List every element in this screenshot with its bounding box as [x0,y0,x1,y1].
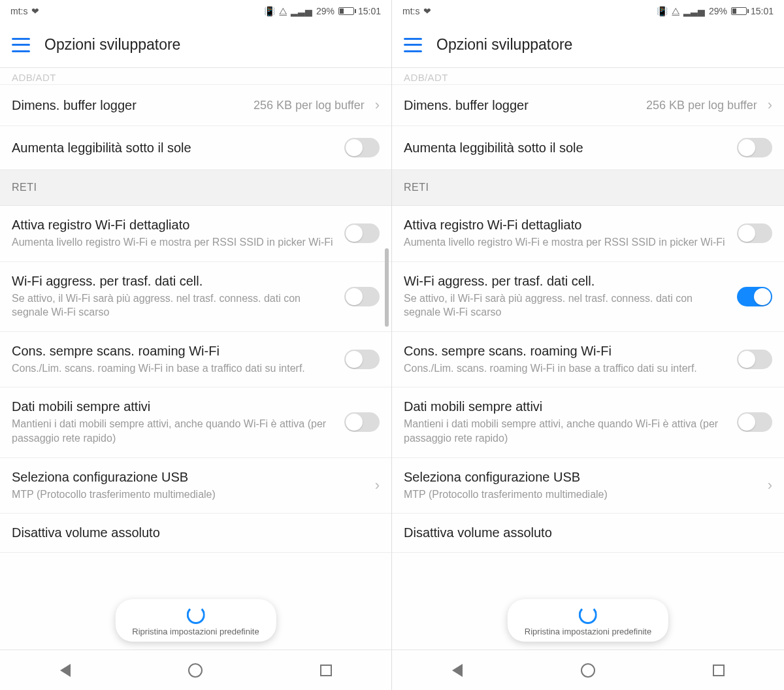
toggle-wifi-roam[interactable] [737,350,772,369]
carrier-label: mt:s [10,6,27,16]
section-networks: RETI [392,170,784,206]
home-button[interactable] [579,661,597,680]
back-button[interactable] [56,661,74,680]
wifi-icon: ⧋ [672,6,679,17]
signal-icon: ▂▃▅ [683,6,705,16]
settings-list: Dimens. buffer logger256 KB per log buff… [392,85,784,649]
row-wifi-aggressive-handover[interactable]: Wi-Fi aggress. per trasf. dati cell.Se a… [392,262,784,332]
row-title: Disattiva volume assoluto [404,525,772,540]
status-bar: mt:s❤📳⧋▂▃▅29%15:01 [392,0,784,22]
reset-defaults-pill[interactable]: Ripristina impostazioni predefinite [508,599,668,642]
row-sunlight-legibility[interactable]: Aumenta leggibilità sotto il sole [0,126,391,170]
row-usb-config[interactable]: Seleziona configurazione USBMTP (Protoco… [392,458,784,514]
row-title: Attiva registro Wi-Fi dettagliato [12,218,338,233]
vibrate-icon: 📳 [657,6,668,16]
carrier-label: mt:s [402,6,419,16]
toggle-wifi-log[interactable] [737,223,772,243]
row-value: 256 KB per log buffer [253,99,365,112]
reset-icon [187,606,205,624]
settings-list: Dimens. buffer logger256 KB per log buff… [0,85,391,649]
row-subtitle: Mantieni i dati mobili sempre attivi, an… [404,417,730,445]
toggle-sunlight[interactable] [344,138,380,157]
page-title: Opzioni sviluppatore [44,36,180,54]
row-subtitle: Mantieni i dati mobili sempre attivi, an… [12,417,338,445]
toggle-mobile-data[interactable] [344,412,380,432]
back-button[interactable] [448,661,466,680]
chevron-right-icon: › [375,477,380,494]
chevron-right-icon: › [768,97,772,114]
battery-percent: 29% [709,6,727,16]
phone-screen-0: mt:s❤📳⧋▂▃▅29%15:01Opzioni sviluppatoreAD… [0,0,392,690]
row-title: Wi-Fi aggress. per trasf. dati cell. [12,274,338,289]
row-subtitle: Cons./Lim. scans. roaming Wi-Fi in base … [404,361,730,376]
toggle-wifi-aggr[interactable] [737,287,772,306]
section-networks: RETI [0,170,391,206]
status-bar: mt:s❤📳⧋▂▃▅29%15:01 [0,0,391,22]
app-bar: Opzioni sviluppatore [392,22,784,68]
row-wifi-verbose-log[interactable]: Attiva registro Wi-Fi dettagliatoAumenta… [392,206,784,262]
phone-screen-1: mt:s❤📳⧋▂▃▅29%15:01Opzioni sviluppatoreAD… [392,0,784,690]
clock: 15:01 [358,6,381,16]
row-buffer-logger[interactable]: Dimens. buffer logger256 KB per log buff… [0,85,391,126]
clock: 15:01 [751,6,774,16]
menu-icon[interactable] [12,38,30,52]
reset-icon [579,606,597,624]
row-title: Cons. sempre scans. roaming Wi-Fi [404,344,730,359]
page-title: Opzioni sviluppatore [436,36,572,54]
row-title: Aumenta leggibilità sotto il sole [404,140,730,156]
row-subtitle: Se attivo, il Wi-Fi sarà più aggress. ne… [404,291,730,320]
reset-label: Ripristina impostazioni predefinite [525,627,651,636]
toggle-wifi-roam[interactable] [344,350,380,369]
signal-icon: ▂▃▅ [291,6,312,16]
row-subtitle: Aumenta livello registro Wi-Fi e mostra … [404,235,730,250]
reset-label: Ripristina impostazioni predefinite [132,627,259,636]
row-disable-absolute-volume[interactable]: Disattiva volume assoluto [392,514,784,553]
battery-icon [731,7,747,15]
row-title: Cons. sempre scans. roaming Wi-Fi [12,344,338,359]
heart-icon: ❤ [423,6,431,16]
toggle-wifi-log[interactable] [344,223,380,243]
row-title: Wi-Fi aggress. per trasf. dati cell. [404,274,730,289]
row-mobile-data-always-on[interactable]: Dati mobili sempre attiviMantieni i dati… [0,387,391,457]
row-sunlight-legibility[interactable]: Aumenta leggibilità sotto il sole [392,126,784,170]
row-wifi-roam-scans[interactable]: Cons. sempre scans. roaming Wi-FiCons./L… [392,332,784,388]
row-title: Attiva registro Wi-Fi dettagliato [404,218,730,233]
row-title: Dimens. buffer logger [404,98,640,113]
section-ghost: ADB/ADT [0,68,391,85]
row-mobile-data-always-on[interactable]: Dati mobili sempre attiviMantieni i dati… [392,387,784,457]
row-title: Aumenta leggibilità sotto il sole [12,140,338,156]
recents-button[interactable] [710,661,728,680]
row-wifi-aggressive-handover[interactable]: Wi-Fi aggress. per trasf. dati cell.Se a… [0,262,391,332]
app-bar: Opzioni sviluppatore [0,22,391,68]
toggle-sunlight[interactable] [737,138,772,157]
toggle-wifi-aggr[interactable] [344,287,380,306]
chevron-right-icon: › [768,477,772,494]
row-wifi-roam-scans[interactable]: Cons. sempre scans. roaming Wi-FiCons./L… [0,332,391,388]
section-ghost: ADB/ADT [392,68,784,85]
row-usb-config[interactable]: Seleziona configurazione USBMTP (Protoco… [0,458,391,514]
row-subtitle: MTP (Protocollo trasferimento multimedia… [12,487,365,502]
wifi-icon: ⧋ [279,6,287,17]
row-title: Dimens. buffer logger [12,98,247,113]
toggle-mobile-data[interactable] [737,412,772,432]
chevron-right-icon: › [375,97,380,114]
nav-bar [392,649,784,690]
row-title: Disattiva volume assoluto [12,525,380,540]
battery-percent: 29% [316,6,335,16]
reset-defaults-pill[interactable]: Ripristina impostazioni predefinite [115,599,276,642]
row-title: Seleziona configurazione USB [404,470,757,485]
row-buffer-logger[interactable]: Dimens. buffer logger256 KB per log buff… [392,85,784,126]
scrollbar[interactable] [385,248,389,327]
row-subtitle: Se attivo, il Wi-Fi sarà più aggress. ne… [12,291,338,320]
row-wifi-verbose-log[interactable]: Attiva registro Wi-Fi dettagliatoAumenta… [0,206,391,262]
row-disable-absolute-volume[interactable]: Disattiva volume assoluto [0,514,391,553]
row-title: Dati mobili sempre attivi [12,399,338,414]
home-button[interactable] [186,661,204,680]
recents-button[interactable] [317,661,335,680]
menu-icon[interactable] [404,38,422,52]
vibrate-icon: 📳 [264,6,275,16]
row-subtitle: Aumenta livello registro Wi-Fi e mostra … [12,235,338,250]
nav-bar [0,649,391,690]
row-title: Dati mobili sempre attivi [404,399,730,414]
battery-icon [338,7,354,15]
